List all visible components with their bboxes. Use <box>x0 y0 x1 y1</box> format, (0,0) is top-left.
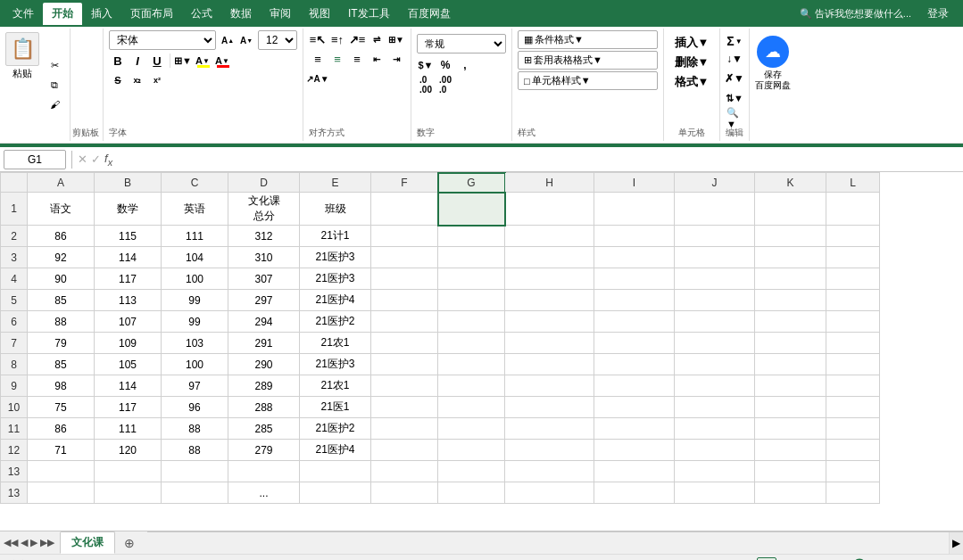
col-header-g[interactable]: G <box>438 173 505 193</box>
menu-it-tools[interactable]: IT发工具 <box>339 3 399 25</box>
cell-l7[interactable] <box>826 333 880 354</box>
menu-insert[interactable]: 插入 <box>82 3 121 25</box>
cell-d7[interactable]: 291 <box>228 333 300 354</box>
insert-function-icon[interactable]: fx <box>104 152 112 168</box>
row-header-10[interactable]: 10 <box>1 397 28 418</box>
cell-b6[interactable]: 107 <box>95 311 162 333</box>
cell-g11[interactable] <box>438 418 505 440</box>
cell-j9[interactable] <box>675 375 755 397</box>
delete-cell-button[interactable]: 删除▼ <box>669 54 714 71</box>
cell-h7[interactable] <box>505 333 594 354</box>
row-header-12[interactable]: 12 <box>1 440 28 461</box>
cell-row13-10[interactable] <box>755 482 826 504</box>
cell-l8[interactable] <box>826 354 880 375</box>
font-name-select[interactable]: 宋体 微软雅黑 黑体 <box>109 30 216 50</box>
cell-f13[interactable] <box>371 461 438 482</box>
cell-g13[interactable] <box>438 461 505 482</box>
cell-g2[interactable] <box>438 226 505 247</box>
cell-row13-8[interactable] <box>594 482 675 504</box>
col-header-l[interactable]: L <box>826 173 880 193</box>
cell-l6[interactable] <box>826 311 880 333</box>
align-top-center-button[interactable]: ≡↑ <box>328 30 346 48</box>
cell-a5[interactable]: 85 <box>28 290 95 311</box>
align-top-left-button[interactable]: ≡↖ <box>309 30 327 48</box>
cell-c9[interactable]: 97 <box>162 375 228 397</box>
cell-d5[interactable]: 297 <box>228 290 300 311</box>
cell-row13-9[interactable] <box>675 482 755 504</box>
cell-a6[interactable]: 88 <box>28 311 95 333</box>
cell-k1[interactable] <box>755 193 826 226</box>
decrease-decimal-button[interactable]: .00.0 <box>436 76 454 94</box>
cell-i1[interactable] <box>594 193 675 226</box>
cell-i4[interactable] <box>594 268 675 290</box>
superscript-button[interactable]: x² <box>148 71 166 89</box>
cell-b9[interactable]: 114 <box>95 375 162 397</box>
cell-e4[interactable]: 21医护3 <box>300 268 371 290</box>
page-layout-view-button[interactable]: ▤ <box>778 557 798 561</box>
col-header-i[interactable]: I <box>594 173 675 193</box>
cell-g12[interactable] <box>438 440 505 461</box>
cell-row13-11[interactable] <box>826 482 880 504</box>
cell-l5[interactable] <box>826 290 880 311</box>
cell-j4[interactable] <box>675 268 755 290</box>
cell-k2[interactable] <box>755 226 826 247</box>
cell-l13[interactable] <box>826 461 880 482</box>
page-break-view-button[interactable]: ⊟ <box>800 557 819 561</box>
cell-row13-4[interactable] <box>300 482 371 504</box>
cancel-formula-icon[interactable]: ✕ <box>78 152 87 166</box>
tab-nav-left[interactable]: ◀◀ ◀ ▶ ▶▶ <box>4 537 54 548</box>
fill-button[interactable]: ↓▼ <box>726 50 743 68</box>
cell-l1[interactable] <box>826 193 880 226</box>
cell-c8[interactable]: 100 <box>162 354 228 375</box>
row-header-3[interactable]: 3 <box>1 247 28 268</box>
cell-e5[interactable]: 21医护4 <box>300 290 371 311</box>
cell-i12[interactable] <box>594 440 675 461</box>
cell-f11[interactable] <box>371 418 438 440</box>
cell-e12[interactable]: 21医护4 <box>300 440 371 461</box>
col-header-e[interactable]: E <box>300 173 371 193</box>
font-size-select[interactable]: 12101114 <box>258 30 297 50</box>
format-painter-button[interactable]: 🖌 <box>45 95 64 113</box>
cell-d9[interactable]: 289 <box>228 375 300 397</box>
find-select-button[interactable]: 🔍▼ <box>726 109 743 127</box>
subscript-button[interactable]: x₂ <box>129 71 146 89</box>
cell-g5[interactable] <box>438 290 505 311</box>
cell-k10[interactable] <box>755 397 826 418</box>
cell-e1[interactable]: 班级 <box>300 193 371 226</box>
cell-h13[interactable] <box>505 461 594 482</box>
cell-d8[interactable]: 290 <box>228 354 300 375</box>
row-header-5[interactable]: 5 <box>1 290 28 311</box>
login-button[interactable]: 登录 <box>917 4 959 24</box>
cell-k4[interactable] <box>755 268 826 290</box>
cell-j12[interactable] <box>675 440 755 461</box>
cell-k9[interactable] <box>755 375 826 397</box>
cell-e11[interactable]: 21医护2 <box>300 418 371 440</box>
cell-j6[interactable] <box>675 311 755 333</box>
cell-i3[interactable] <box>594 247 675 268</box>
cell-style-button[interactable]: □ 单元格样式▼ <box>518 71 658 90</box>
cell-f5[interactable] <box>371 290 438 311</box>
normal-view-button[interactable]: ⊞ <box>757 557 776 561</box>
col-header-a[interactable]: A <box>28 173 95 193</box>
cell-c4[interactable]: 100 <box>162 268 228 290</box>
cell-d3[interactable]: 310 <box>228 247 300 268</box>
cell-g10[interactable] <box>438 397 505 418</box>
cell-j1[interactable] <box>675 193 755 226</box>
horizontal-scrollbar-right[interactable]: ▶ <box>949 532 963 554</box>
cell-d10[interactable]: 288 <box>228 397 300 418</box>
cell-c1[interactable]: 英语 <box>162 193 228 226</box>
cell-j5[interactable] <box>675 290 755 311</box>
cell-reference-input[interactable]: G1 <box>4 150 66 169</box>
cell-l2[interactable] <box>826 226 880 247</box>
cell-f3[interactable] <box>371 247 438 268</box>
cell-e2[interactable]: 21计1 <box>300 226 371 247</box>
cell-l9[interactable] <box>826 375 880 397</box>
strikethrough-button[interactable]: S <box>109 71 127 89</box>
cell-a12[interactable]: 71 <box>28 440 95 461</box>
cell-d11[interactable]: 285 <box>228 418 300 440</box>
cell-l3[interactable] <box>826 247 880 268</box>
cell-k13[interactable] <box>755 461 826 482</box>
sheet-area[interactable]: A B C D E F G H I J K L 1 语文 <box>0 172 963 531</box>
cell-b2[interactable]: 115 <box>95 226 162 247</box>
cell-j7[interactable] <box>675 333 755 354</box>
